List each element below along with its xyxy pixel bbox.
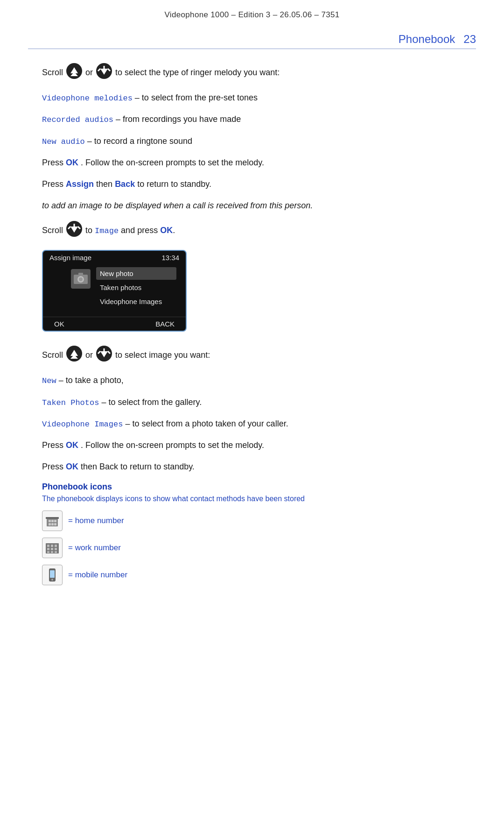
select-image-rest: to select image you want: xyxy=(115,351,210,360)
back-text: Back xyxy=(115,179,135,189)
recorded-audios-para: Recorded audios – from recordings you ha… xyxy=(42,113,462,126)
scroll-down-icon xyxy=(96,63,112,83)
videophone-images-link: Videophone Images xyxy=(42,420,123,429)
svg-rect-41 xyxy=(51,551,53,553)
scroll-up-icon-2 xyxy=(66,346,82,366)
svg-rect-38 xyxy=(51,548,53,550)
svg-rect-30 xyxy=(51,523,54,525)
scroll-up-icon xyxy=(66,63,82,83)
then-text: then xyxy=(96,179,112,189)
svg-rect-36 xyxy=(55,545,57,547)
press-assign-rest: to return to standby. xyxy=(137,179,211,189)
scroll-image-select-para: Scroll or to select image you want: xyxy=(42,346,462,366)
ok1-text: OK xyxy=(66,158,78,167)
new-audio-link: New audio xyxy=(42,137,85,146)
phonebook-icons-desc: The phonebook displays icons to show wha… xyxy=(42,495,462,503)
svg-point-45 xyxy=(51,579,53,581)
or-text-2: or xyxy=(85,351,93,360)
ok3-text: OK xyxy=(66,440,78,450)
svg-rect-32 xyxy=(46,517,59,519)
ringer-rest-text: to select the type of ringer melody you … xyxy=(115,68,280,77)
press-ok4-para: Press OK then Back to return to standby. xyxy=(42,461,462,474)
screen-menu: New photo Taken photos Videophone Images xyxy=(96,267,176,309)
or-text-1: or xyxy=(85,68,93,77)
svg-rect-44 xyxy=(50,570,55,578)
home-icon xyxy=(42,511,63,531)
italic-block: to add an image to be displayed when a c… xyxy=(42,199,462,213)
svg-rect-27 xyxy=(51,520,54,522)
phonebook-icons-title: Phonebook icons xyxy=(42,482,462,492)
press-ok4-rest: then Back to return to standby. xyxy=(81,462,195,471)
scroll-to-rest: and press xyxy=(121,226,158,235)
mobile-icon xyxy=(42,565,63,585)
ok4-text: OK xyxy=(66,462,78,471)
work-number-row: = work number xyxy=(42,538,462,558)
scroll-text-1: Scroll xyxy=(42,68,63,77)
menu-item-videophone-images[interactable]: Videophone Images xyxy=(96,295,176,308)
videophone-melodies-link: Videophone melodies xyxy=(42,94,133,103)
scroll-text-2: Scroll xyxy=(42,226,63,235)
videophone-melodies-rest: – to select from the pre-set tones xyxy=(135,93,258,102)
svg-point-15 xyxy=(79,277,83,281)
scroll-ringer-para: Scroll or to select the type of ringer m… xyxy=(42,63,462,83)
press-ok1-rest: . Follow the on-screen prompts to set th… xyxy=(81,158,264,167)
recorded-audios-rest: – from recordings you have made xyxy=(116,114,241,124)
work-icon xyxy=(42,538,63,558)
scroll-down-icon-2 xyxy=(66,221,82,241)
divider xyxy=(28,49,476,49)
svg-rect-26 xyxy=(49,520,51,522)
svg-rect-39 xyxy=(55,548,57,550)
mobile-number-row: = mobile number xyxy=(42,565,462,585)
work-number-label: = work number xyxy=(68,543,121,553)
press-assign-para: Press Assign then Back to return to stan… xyxy=(42,178,462,191)
screen-header: Assign image 13:34 xyxy=(43,251,186,264)
page-header: Videophone 1000 – Edition 3 – 26.05.06 –… xyxy=(0,0,504,24)
videophone-images-rest: – to select from a photo taken of your c… xyxy=(125,419,288,428)
phone-screen: Assign image 13:34 New photo xyxy=(42,250,187,332)
taken-photos-rest: – to select from the gallery. xyxy=(101,397,202,407)
menu-item-label-1: Taken photos xyxy=(100,284,141,291)
menu-item-taken-photos[interactable]: Taken photos xyxy=(96,281,176,294)
assign-text: Assign xyxy=(66,179,94,189)
press-text-1: Press xyxy=(42,158,63,167)
new-audio-para: New audio – to record a ringtone sound xyxy=(42,135,462,148)
header-title: Videophone 1000 – Edition 3 – 26.05.06 –… xyxy=(164,10,339,19)
scroll-dot: . xyxy=(173,226,175,235)
menu-item-label-2: Videophone Images xyxy=(100,298,162,305)
image-link: Image xyxy=(95,227,119,235)
svg-rect-35 xyxy=(51,545,53,547)
new-audio-rest: – to record a ringtone sound xyxy=(87,136,192,146)
scroll-image-para: Scroll to Image and press OK. xyxy=(42,221,462,241)
svg-rect-16 xyxy=(78,273,83,275)
press-ok3-para: Press OK . Follow the on-screen prompts … xyxy=(42,439,462,452)
menu-item-new-photo[interactable]: New photo xyxy=(96,267,176,280)
press-text-4: Press xyxy=(42,462,63,471)
press-ok1-para: Press OK . Follow the on-screen prompts … xyxy=(42,156,462,170)
scroll-text-3: Scroll xyxy=(42,351,63,360)
taken-photos-para: Taken Photos – to select from the galler… xyxy=(42,396,462,409)
svg-rect-28 xyxy=(54,520,56,522)
screen-back-btn[interactable]: BACK xyxy=(155,320,175,328)
videophone-melodies-para: Videophone melodies – to select from the… xyxy=(42,92,462,105)
new-rest: – to take a photo, xyxy=(59,376,124,385)
videophone-images-para: Videophone Images – to select from a pho… xyxy=(42,418,462,431)
new-link: New xyxy=(42,376,56,385)
svg-rect-29 xyxy=(49,523,51,525)
press-ok3-rest: . Follow the on-screen prompts to set th… xyxy=(81,440,264,450)
svg-rect-31 xyxy=(54,523,56,525)
home-number-label: = home number xyxy=(68,516,124,525)
phonebook-icons-section: Phonebook icons The phonebook displays i… xyxy=(42,482,462,585)
main-content: Scroll or to select the type of ringer m… xyxy=(0,63,504,610)
screen-ok-btn[interactable]: OK xyxy=(54,320,64,328)
press-text-3: Press xyxy=(42,440,63,450)
screen-body: New photo Taken photos Videophone Images xyxy=(43,264,186,314)
svg-rect-42 xyxy=(55,551,57,553)
photo-thumbnail-icon xyxy=(71,269,91,289)
svg-rect-34 xyxy=(47,545,49,547)
page-title-bar: Phonebook 23 xyxy=(0,24,504,49)
scroll-to-middle: to xyxy=(85,226,92,235)
svg-rect-37 xyxy=(47,548,49,550)
svg-rect-40 xyxy=(47,551,49,553)
home-number-row: = home number xyxy=(42,511,462,531)
screen-title: Assign image xyxy=(49,254,91,262)
